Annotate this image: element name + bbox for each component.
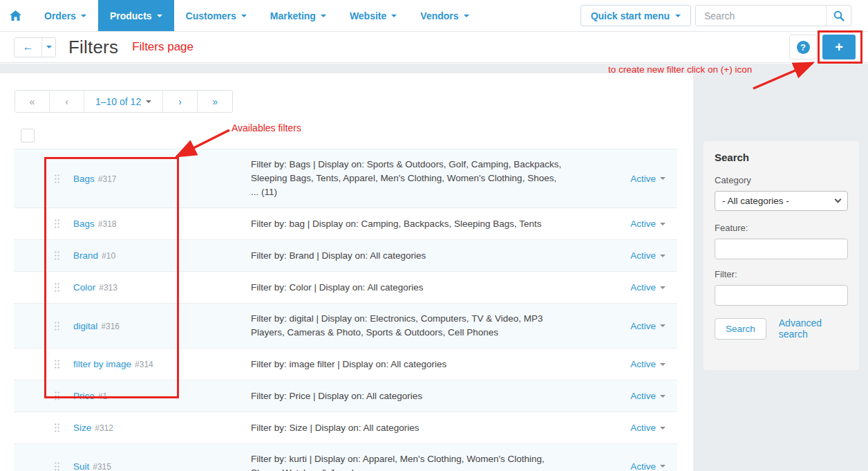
status-dropdown[interactable]: Active xyxy=(630,391,677,401)
category-select[interactable]: - All categories - xyxy=(715,191,848,211)
add-filter-button[interactable]: + xyxy=(822,35,856,59)
chevron-down-icon xyxy=(660,395,666,398)
filter-name-link[interactable]: Size xyxy=(73,423,91,433)
status-dropdown[interactable]: Active xyxy=(630,359,677,369)
pagination-next-button[interactable]: › xyxy=(163,91,198,112)
table-row: Bags#318 Filter by: bag | Display on: Ca… xyxy=(14,208,677,240)
drag-handle-icon[interactable] xyxy=(54,219,60,229)
drag-handle-icon[interactable] xyxy=(54,321,60,331)
pagination: « ‹ 1–10 of 12 › » xyxy=(15,90,233,113)
filter-name-cell: Suit#315 xyxy=(73,461,251,471)
nav-item-label: Customers xyxy=(186,10,236,21)
select-all-checkbox[interactable] xyxy=(21,129,35,142)
home-button[interactable] xyxy=(0,0,32,31)
status-dropdown[interactable]: Active xyxy=(630,423,677,433)
status-dropdown[interactable]: Active xyxy=(630,321,677,331)
table-row: Size#312 Filter by: Size | Display on: A… xyxy=(14,412,677,444)
nav-item-marketing[interactable]: Marketing xyxy=(258,0,338,31)
pagination-first-button[interactable]: « xyxy=(15,91,50,112)
nav-item-customers[interactable]: Customers xyxy=(174,0,258,31)
help-icon: ? xyxy=(797,41,810,54)
status-label: Active xyxy=(630,461,656,471)
filter-name-link[interactable]: filter by image xyxy=(73,359,131,369)
filter-id: #1 xyxy=(98,391,107,401)
filter-description: Filter by: Bags | Display on: Sports & O… xyxy=(251,158,567,199)
nav-item-label: Vendors xyxy=(420,10,458,21)
nav-item-label: Orders xyxy=(44,10,76,21)
filter-description: Filter by: kurti | Display on: Apparel, … xyxy=(251,452,567,471)
status-dropdown[interactable]: Active xyxy=(630,219,677,229)
filter-input[interactable] xyxy=(715,285,848,306)
status-label: Active xyxy=(630,219,656,229)
filter-name-link[interactable]: Bags xyxy=(73,174,95,184)
pagination-prev-button[interactable]: ‹ xyxy=(50,91,84,112)
filter-name-link[interactable]: Brand xyxy=(73,250,98,261)
chevron-down-icon xyxy=(81,15,86,17)
status-dropdown[interactable]: Active xyxy=(630,282,677,293)
sidebar-actions: Search Advanced search xyxy=(715,317,848,340)
nav-right: Quick start menu xyxy=(581,0,868,31)
filter-id: #314 xyxy=(135,360,153,369)
table-row: Brand#10 Filter by: Brand | Display on: … xyxy=(14,240,677,272)
pagination-range-dropdown[interactable]: 1–10 of 12 xyxy=(84,91,163,112)
global-search-button[interactable] xyxy=(826,6,851,26)
status-label: Active xyxy=(630,250,656,261)
filter-name-link[interactable]: Price xyxy=(73,391,95,401)
search-sidebar: Search Category - All categories - Featu… xyxy=(704,141,859,370)
help-button[interactable]: ? xyxy=(789,35,817,59)
status-label: Active xyxy=(630,174,656,184)
nav-item-vendors[interactable]: Vendors xyxy=(408,0,480,31)
status-label: Active xyxy=(630,359,656,369)
filter-description: Filter by: Price | Display on: All categ… xyxy=(251,389,567,403)
filter-name-link[interactable]: Bags xyxy=(73,219,95,229)
nav-item-website[interactable]: Website xyxy=(338,0,408,31)
chevron-right-icon: › xyxy=(178,96,182,107)
page-title: Filters xyxy=(68,37,118,58)
filter-id: #313 xyxy=(99,283,117,293)
chevron-down-icon xyxy=(660,286,666,289)
quick-start-menu-button[interactable]: Quick start menu xyxy=(581,5,691,26)
drag-handle-icon[interactable] xyxy=(54,391,60,401)
sidebar-title: Search xyxy=(715,151,848,163)
filter-name-cell: Bags#317 xyxy=(73,174,251,184)
table-row: digital#316 Filter by: digital | Display… xyxy=(14,304,677,349)
drag-handle-icon[interactable] xyxy=(54,282,60,293)
global-search-input[interactable] xyxy=(696,6,826,26)
drag-handle-icon[interactable] xyxy=(54,359,60,369)
feature-input[interactable] xyxy=(715,239,848,259)
advanced-search-link[interactable]: Advanced search xyxy=(779,317,848,340)
nav-item-orders[interactable]: Orders xyxy=(32,0,98,31)
title-bar-actions: ? + xyxy=(789,35,868,59)
status-dropdown[interactable]: Active xyxy=(630,461,677,471)
filter-name-link[interactable]: Suit xyxy=(73,461,89,471)
chevron-left-icon: ‹ xyxy=(65,96,68,107)
sidebar-search-button[interactable]: Search xyxy=(715,318,766,340)
table-row: Suit#315 Filter by: kurti | Display on: … xyxy=(14,444,677,471)
pagination-last-button[interactable]: » xyxy=(198,91,232,112)
drag-handle-icon[interactable] xyxy=(54,423,60,433)
status-dropdown[interactable]: Active xyxy=(630,250,677,261)
filter-name-cell: digital#316 xyxy=(73,321,251,331)
drag-handle-icon[interactable] xyxy=(54,174,60,184)
double-chevron-left-icon: « xyxy=(30,96,35,107)
back-button[interactable]: ← xyxy=(15,38,41,57)
nav-item-products[interactable]: Products xyxy=(98,0,174,31)
drag-handle-icon[interactable] xyxy=(54,250,60,261)
drag-handle-icon[interactable] xyxy=(54,461,60,471)
filter-description: Filter by: bag | Display on: Camping, Ba… xyxy=(251,217,567,231)
status-label: Active xyxy=(630,321,656,331)
status-label: Active xyxy=(630,423,656,433)
nav-items: Orders Products Customers Marketing Webs… xyxy=(32,0,481,31)
page-background: « ‹ 1–10 of 12 › » Bags#317 Filter by: B… xyxy=(0,64,868,471)
back-button-group: ← xyxy=(14,37,56,57)
chevron-down-icon xyxy=(660,465,666,468)
status-dropdown[interactable]: Active xyxy=(630,174,677,184)
filter-name-cell: Color#313 xyxy=(73,282,251,293)
filter-name-cell: Brand#10 xyxy=(73,250,251,261)
filter-description: Filter by: Size | Display on: All catego… xyxy=(251,421,567,435)
back-history-dropdown[interactable] xyxy=(41,38,55,57)
filter-name-link[interactable]: Color xyxy=(73,282,95,293)
global-search xyxy=(695,5,851,26)
chevron-down-icon xyxy=(660,255,666,257)
filter-name-link[interactable]: digital xyxy=(73,321,97,331)
